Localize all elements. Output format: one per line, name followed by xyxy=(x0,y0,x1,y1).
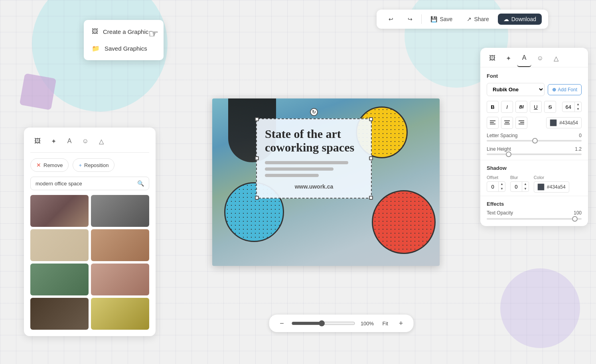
underline-button[interactable]: U xyxy=(530,101,542,113)
line-height-thumb[interactable] xyxy=(506,152,511,157)
handle-top-right[interactable] xyxy=(369,117,373,121)
tab-text[interactable]: A xyxy=(62,134,77,148)
text-color-swatch[interactable]: #434a54 xyxy=(546,117,582,128)
graphic-canvas[interactable]: ↻ State of the art coworking spaces www.… xyxy=(212,98,440,266)
font-size-down[interactable]: ▼ xyxy=(575,107,581,112)
shadow-section: Shadow Offset 0 ▲ ▼ Blur 0 ▲ ▼ xyxy=(480,160,588,193)
canvas-background: ↻ State of the art coworking spaces www.… xyxy=(212,98,440,266)
download-icon: ☁ xyxy=(503,16,509,22)
image-thumb-4[interactable] xyxy=(91,229,149,261)
align-row: #434a54 xyxy=(487,117,582,129)
line-height-label: Line Height xyxy=(487,146,511,152)
opacity-slider-track[interactable] xyxy=(487,218,582,220)
line-height-track[interactable] xyxy=(487,153,582,155)
red-circle xyxy=(372,190,436,254)
right-tab-image[interactable]: 🖼 xyxy=(485,53,499,67)
shadow-color-swatch[interactable]: #434a54 xyxy=(534,181,569,193)
blur-field: Blur 0 ▲ ▼ xyxy=(510,175,529,192)
zoom-out-button[interactable]: − xyxy=(277,319,287,328)
strikethrough-label: S xyxy=(549,104,552,110)
shadow-title: Shadow xyxy=(487,165,582,171)
svg-rect-6 xyxy=(504,124,510,124)
offset-up[interactable]: ▲ xyxy=(499,182,505,187)
italic-button[interactable]: I xyxy=(501,101,513,113)
image-thumb-1[interactable] xyxy=(30,195,89,227)
image-thumb-2[interactable] xyxy=(91,195,149,227)
search-input[interactable] xyxy=(36,181,134,187)
bold-button[interactable]: B xyxy=(487,101,499,113)
reposition-label: Reposition xyxy=(84,162,109,168)
tab-magic[interactable]: ✦ xyxy=(46,134,61,148)
letter-spacing-track[interactable] xyxy=(487,140,582,142)
download-button[interactable]: ☁ Download xyxy=(498,14,542,25)
fit-button[interactable]: Fit xyxy=(379,319,391,328)
remove-icon: ✕ xyxy=(36,162,41,168)
right-tab-magic[interactable]: ✦ xyxy=(501,53,515,67)
add-font-button[interactable]: ⊕ Add Font xyxy=(548,84,582,95)
offset-down[interactable]: ▼ xyxy=(499,187,505,191)
right-tab-emoji[interactable]: ☺ xyxy=(533,53,547,67)
text-card[interactable]: ↻ State of the art coworking spaces www.… xyxy=(256,118,372,199)
font-size-up[interactable]: ▲ xyxy=(575,102,581,107)
right-tab-shape[interactable]: △ xyxy=(549,53,563,67)
zoom-in-button[interactable]: + xyxy=(396,319,406,328)
offset-input: 0 ▲ ▼ xyxy=(487,181,505,192)
blur-arrows: ▲ ▼ xyxy=(522,182,529,191)
canvas-area: ↻ State of the art coworking spaces www.… xyxy=(168,0,484,364)
add-font-label: Add Font xyxy=(558,87,577,92)
save-button[interactable]: 💾 Save xyxy=(425,14,458,25)
fit-label: Fit xyxy=(383,321,388,327)
create-graphic-item[interactable]: 🖼 Create a Graphic xyxy=(84,23,164,40)
font-row: Rubik One ⊕ Add Font xyxy=(487,83,582,96)
bold-italic-button[interactable]: BI xyxy=(515,101,527,113)
align-left-button[interactable] xyxy=(487,117,499,129)
remove-button[interactable]: ✕ Remove xyxy=(30,158,69,172)
tab-shape[interactable]: △ xyxy=(94,134,109,148)
image-thumb-6[interactable] xyxy=(91,264,149,295)
reposition-button[interactable]: + Reposition xyxy=(73,158,114,172)
handle-mid-right[interactable] xyxy=(369,156,373,160)
image-thumb-8[interactable] xyxy=(91,298,149,330)
toolbar-divider-1 xyxy=(421,14,422,24)
blur-up[interactable]: ▲ xyxy=(522,182,529,187)
align-center-button[interactable] xyxy=(501,117,513,129)
offset-field: Offset 0 ▲ ▼ xyxy=(487,175,505,192)
handle-bottom-right[interactable] xyxy=(369,196,373,200)
handle-top-left[interactable] xyxy=(255,117,259,121)
svg-rect-4 xyxy=(504,120,510,121)
tab-image[interactable]: 🖼 xyxy=(30,134,45,148)
strikethrough-button[interactable]: S xyxy=(544,101,556,113)
share-button[interactable]: ↗ Share xyxy=(461,14,494,25)
align-right-button[interactable] xyxy=(515,117,527,129)
download-label: Download xyxy=(511,16,536,22)
tab-emoji[interactable]: ☺ xyxy=(78,134,93,148)
zoom-minus-icon: − xyxy=(280,319,284,328)
undo-button[interactable]: ↩ xyxy=(383,14,399,25)
handle-mid-left[interactable] xyxy=(255,156,259,160)
card-line-2 xyxy=(265,167,334,171)
image-thumb-3[interactable] xyxy=(30,229,89,261)
font-selector[interactable]: Rubik One xyxy=(487,83,545,96)
letter-spacing-thumb[interactable] xyxy=(532,138,538,144)
zoom-slider[interactable] xyxy=(292,320,355,327)
top-toolbar: ↩ ↪ 💾 Save ↗ Share ☁ Download xyxy=(377,10,548,29)
shadow-color-box xyxy=(537,183,545,191)
image-thumb-7[interactable] xyxy=(30,298,89,330)
image-thumb-5[interactable] xyxy=(30,264,89,295)
rotate-handle[interactable]: ↻ xyxy=(310,108,318,116)
undo-icon: ↩ xyxy=(389,16,393,22)
blur-down[interactable]: ▼ xyxy=(522,187,529,191)
svg-rect-10 xyxy=(519,124,524,124)
opacity-thumb[interactable] xyxy=(572,216,578,222)
right-tab-text[interactable]: A xyxy=(517,53,531,67)
panel-tabs: 🖼 ✦ A ☺ △ xyxy=(30,134,149,153)
share-label: Share xyxy=(474,16,489,22)
redo-button[interactable]: ↪ xyxy=(402,14,418,25)
svg-rect-2 xyxy=(490,124,495,124)
font-section: Font Rubik One ⊕ Add Font B I BI U xyxy=(480,67,588,155)
card-line-1 xyxy=(265,161,348,164)
letter-spacing-row: Letter Spacing 0 xyxy=(487,133,582,138)
font-size-control: 64 ▲ ▼ xyxy=(562,102,582,112)
saved-graphics-item[interactable]: 📁 Saved Graphics xyxy=(84,40,164,57)
handle-bottom-left[interactable] xyxy=(255,196,259,200)
